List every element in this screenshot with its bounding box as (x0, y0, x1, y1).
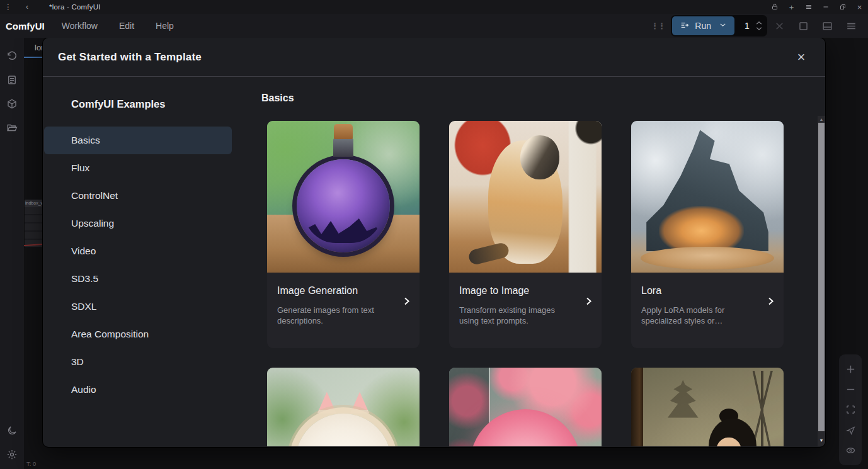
titlebar-menu-icon[interactable] (800, 0, 817, 14)
run-options-chevron-down-icon[interactable] (716, 21, 727, 31)
minimize-icon[interactable] (817, 0, 834, 14)
run-button[interactable]: Run (672, 16, 734, 35)
card-description: Transform existing images using text pro… (459, 305, 570, 326)
lock-icon[interactable] (766, 0, 783, 14)
toolbar-drag-handle[interactable]: ⋮⋮ (651, 21, 665, 31)
bottom-panel-icon[interactable] (815, 16, 839, 36)
sidebar-item-upscaling[interactable]: Upscaling (44, 210, 232, 237)
canvas-view-toolbar (839, 354, 862, 465)
template-card-grid: Image Generation Generate images from te… (267, 121, 825, 446)
modal-scrollbar[interactable]: ▲ ▼ (818, 116, 825, 446)
comfyui-app: ⋮ ‹ *lora - ComfyUI + × ComfyUI Workflow… (0, 0, 868, 469)
card-thumbnail-sepia-girl-painting (631, 368, 784, 446)
card-thumbnail-tabby-kitten (449, 121, 602, 273)
card-title: Lora (641, 285, 774, 297)
sidebar-item-sd35[interactable]: SD3.5 (44, 265, 232, 293)
clear-queue-icon[interactable] (767, 16, 791, 36)
card-title: Image to Image (459, 285, 591, 297)
app-kebab-menu-icon[interactable]: ⋮ (0, 3, 16, 11)
card-thumbnail-galaxy-potion (267, 121, 420, 273)
card-thumbnail-white-kitten-bonnet (267, 368, 420, 446)
zoom-in-icon[interactable] (845, 364, 856, 375)
template-card-partial-1[interactable] (267, 368, 420, 446)
pointer-select-icon[interactable] (845, 425, 856, 436)
node-widget-rows (25, 207, 42, 248)
template-card-image-to-image[interactable]: Image to Image Transform existing images… (449, 121, 602, 348)
modal-close-icon[interactable]: × (792, 48, 810, 66)
new-tab-plus-icon[interactable]: + (783, 0, 800, 14)
template-content: Basics Image Generation Generate images … (233, 77, 825, 446)
template-sidebar: ComfyUI Examples Basics Flux ControlNet … (43, 77, 233, 446)
template-category-heading: Basics (261, 92, 825, 105)
card-description: Generate images from text descriptions. (277, 305, 388, 326)
card-title: Image Generation (277, 285, 409, 297)
eye-toggle-icon[interactable] (845, 445, 856, 456)
log-icon[interactable] (0, 68, 24, 92)
graph-node-fragment[interactable]: indbox_v (24, 199, 43, 248)
menubar: ComfyUI Workflow Edit Help ⋮⋮ Run 1 (0, 14, 868, 38)
run-controls-group: Run 1 (671, 15, 767, 37)
batch-count-value: 1 (743, 21, 751, 31)
menu-help[interactable]: Help (145, 21, 185, 31)
modal-header: Get Started with a Template × (43, 38, 825, 77)
history-icon[interactable] (0, 44, 24, 68)
scrollbar-up-arrow-icon[interactable]: ▲ (818, 117, 825, 121)
modal-title: Get Started with a Template (58, 51, 202, 64)
gear-settings-icon[interactable] (0, 443, 24, 466)
run-button-label: Run (695, 21, 711, 31)
sidebar-item-audio[interactable]: Audio (44, 376, 232, 404)
sidebar-item-controlnet[interactable]: ControlNet (44, 182, 232, 210)
left-sidebar-rail (0, 38, 24, 469)
template-card-lora[interactable]: Lora Apply LoRA models for specialized s… (631, 121, 784, 348)
sidebar-item-sdxl[interactable]: SDXL (44, 293, 232, 320)
comfyui-logo: ComfyUI (0, 21, 51, 31)
sidebar-item-basics[interactable]: Basics (44, 127, 232, 154)
template-modal: Get Started with a Template × ComfyUI Ex… (43, 38, 825, 447)
run-queue-icon (680, 20, 690, 32)
stats-line: T: 0 (26, 460, 55, 468)
canvas-stats: T: 0 I: 0 N: 9 V: 18 FPS:59.52 (26, 460, 55, 469)
modal-body: ComfyUI Examples Basics Flux ControlNet … (43, 77, 825, 446)
template-sidebar-heading: ComfyUI Examples (71, 98, 233, 110)
main-menu-hamburger-icon[interactable] (839, 16, 863, 36)
sidebar-item-video[interactable]: Video (44, 237, 232, 265)
folder-open-icon[interactable] (0, 116, 24, 140)
card-chevron-right-icon (402, 297, 411, 308)
window-tab-title: *lora - ComfyUI (49, 3, 101, 11)
template-card-partial-3[interactable] (631, 368, 784, 446)
card-description: Apply LoRA models for specialized styles… (641, 305, 752, 326)
sidebar-item-area-composition[interactable]: Area Composition (44, 320, 232, 348)
window-titlebar: ⋮ ‹ *lora - ComfyUI + × (0, 0, 868, 14)
stepper-up-icon[interactable] (756, 21, 762, 25)
scrollbar-down-arrow-icon[interactable]: ▼ (818, 438, 825, 443)
moon-theme-icon[interactable] (0, 419, 24, 443)
menu-edit[interactable]: Edit (108, 21, 145, 31)
zoom-out-icon[interactable] (845, 384, 856, 395)
fit-view-icon[interactable] (845, 404, 856, 415)
back-icon[interactable]: ‹ (19, 3, 35, 11)
canvas-frame-icon[interactable] (791, 16, 815, 36)
close-window-icon[interactable]: × (851, 0, 868, 14)
template-card-partial-2[interactable] (449, 368, 602, 446)
menu-workflow[interactable]: Workflow (51, 21, 108, 31)
model-box-icon[interactable] (0, 92, 24, 116)
sidebar-item-flux[interactable]: Flux (44, 154, 232, 182)
stepper-down-icon[interactable] (756, 26, 762, 31)
scrollbar-thumb[interactable] (818, 123, 825, 431)
card-chevron-right-icon (584, 297, 593, 308)
batch-count-stepper[interactable]: 1 (734, 21, 766, 31)
card-chevron-right-icon (766, 297, 775, 308)
sidebar-item-3d[interactable]: 3D (44, 348, 232, 376)
card-thumbnail-pink-rose (449, 368, 602, 446)
card-thumbnail-mountain-diorama (631, 121, 784, 273)
restore-icon[interactable] (834, 0, 851, 14)
node-title: indbox_v (25, 200, 42, 207)
template-card-image-generation[interactable]: Image Generation Generate images from te… (267, 121, 420, 348)
